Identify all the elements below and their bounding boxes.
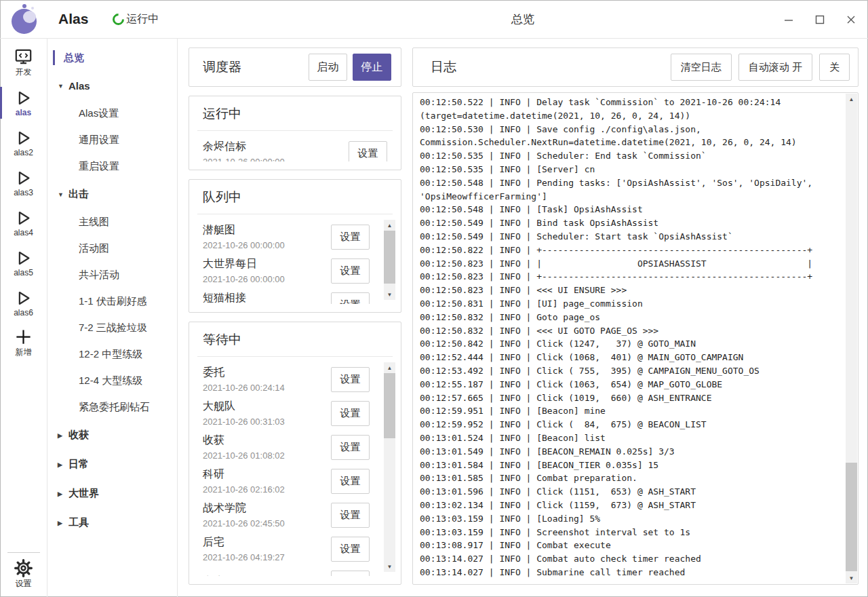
- rail-item-新增[interactable]: 新增: [0, 323, 47, 363]
- scroll-thumb[interactable]: [846, 463, 857, 571]
- log-line: 00:12:50.549 | INFO | Bind task OpsiAshA…: [420, 216, 842, 230]
- scroll-down-icon[interactable]: ▼: [846, 573, 857, 583]
- log-line: 00:12:50.832 | INFO | Goto page_os: [420, 311, 842, 324]
- play-icon: [14, 89, 33, 107]
- log-line: 00:12:50.823 | INFO | <<< UI ENSURE >>>: [420, 284, 842, 297]
- list-scrollbar[interactable]: ▲ ▼: [384, 220, 395, 300]
- task-setting-button[interactable]: 设置: [331, 503, 370, 528]
- chevron-right-icon: [58, 461, 68, 468]
- chevron-down-icon: [58, 83, 68, 90]
- log-line: 00:12:53.492 | INFO | Click ( 755, 395) …: [420, 364, 842, 378]
- task-time: 2021-10-26 02:16:02: [203, 484, 331, 495]
- rail-item-alas5[interactable]: alas5: [0, 243, 47, 283]
- task-setting-button[interactable]: 设置: [331, 537, 370, 562]
- scroll-down-icon[interactable]: ▼: [384, 561, 395, 572]
- scroll-up-icon[interactable]: ▲: [384, 220, 395, 231]
- page-title: 总览: [511, 12, 534, 27]
- task-setting-button[interactable]: 设置: [331, 258, 370, 284]
- rail-item-alas6[interactable]: alas6: [0, 283, 47, 323]
- menu-item-活动图[interactable]: 活动图: [47, 235, 177, 262]
- log-line: 00:12:50.831 | INFO | [UI] page_commissi…: [420, 297, 842, 311]
- rail-item-alas4[interactable]: alas4: [0, 203, 47, 243]
- start-button[interactable]: 启动: [309, 54, 347, 81]
- menu-group-工具[interactable]: 工具: [47, 508, 177, 537]
- rail-item-settings[interactable]: 设置: [0, 554, 47, 594]
- task-setting-button[interactable]: 设置: [331, 292, 370, 305]
- maximize-icon[interactable]: [814, 14, 826, 26]
- task-section-pending: 队列中 潜艇图 2021-10-26 00:00:00 设置 大世界每日 202…: [189, 179, 401, 313]
- minimize-icon[interactable]: [783, 14, 795, 26]
- task-row: 余烬信标 2021-10-26 00:00:00 设置: [203, 136, 387, 161]
- scroll-thumb[interactable]: [384, 231, 395, 284]
- task-name: 余烬信标: [203, 140, 349, 154]
- menu-item-重启设置[interactable]: 重启设置: [47, 153, 177, 180]
- task-time: 2021-10-26 02:45:50: [203, 518, 331, 528]
- log-line: 00:12:50.522 | INFO | Delay task `Commis…: [420, 96, 842, 109]
- menu-group-收获[interactable]: 收获: [47, 421, 177, 450]
- stop-button[interactable]: 停止: [353, 54, 391, 81]
- log-lines[interactable]: 00:12:50.522 | INFO | Delay task `Commis…: [420, 96, 842, 581]
- menu-group-出击[interactable]: 出击: [47, 180, 177, 209]
- menu-item-Alas设置[interactable]: Alas设置: [47, 100, 177, 127]
- scheduler-column: 调度器 启动 停止 运行中 余烬信标 2021-10-26 00:00:00 设…: [178, 39, 407, 597]
- task-setting-button[interactable]: 设置: [331, 367, 370, 392]
- log-line: 00:12:50.535 | INFO | [Server] cn: [420, 163, 842, 176]
- close-icon[interactable]: [845, 14, 857, 26]
- log-line: 00:12:50.842 | INFO | Click (1247, 37) @…: [420, 337, 842, 351]
- task-setting-button[interactable]: 设置: [331, 225, 370, 250]
- scroll-thumb[interactable]: [384, 373, 395, 438]
- task-time: 2021-10-26 01:08:02: [203, 450, 331, 461]
- log-line: 00:12:50.823 | INFO | +-----------------…: [420, 270, 842, 284]
- task-time: 2021-10-26 00:24:14: [203, 383, 331, 393]
- log-line: 00:13:03.159 | INFO | Screenshot interva…: [420, 526, 842, 539]
- task-row: 科研 2021-10-26 02:16:02 设置: [203, 464, 370, 498]
- rail-item-label: 开发: [16, 66, 32, 78]
- list-scrollbar[interactable]: ▲ ▼: [384, 362, 395, 572]
- scroll-down-icon[interactable]: ▼: [384, 289, 395, 300]
- log-line: 00:12:50.548 | INFO | Pending tasks: ['O…: [420, 176, 842, 190]
- chevron-down-icon: [58, 191, 68, 198]
- menu-item-12-4 大型练级[interactable]: 12-4 大型练级: [47, 368, 177, 394]
- menu-item-主线图[interactable]: 主线图: [47, 209, 177, 235]
- scheduler-title: 调度器: [203, 58, 241, 76]
- menu-item-7-2 三战捡垃圾[interactable]: 7-2 三战捡垃圾: [47, 315, 177, 341]
- clear-log-button[interactable]: 清空日志: [671, 54, 732, 81]
- rail-item-开发[interactable]: 开发: [0, 43, 47, 83]
- task-setting-button[interactable]: 设置: [331, 401, 370, 426]
- scheduler-card: 调度器 启动 停止: [189, 47, 401, 87]
- rail-item-label: alas2: [14, 148, 33, 157]
- rail-item-alas[interactable]: alas: [0, 83, 47, 123]
- log-line: 00:13:01.549 | INFO | [BEACON_REMAIN 0.0…: [420, 445, 842, 459]
- task-row: 商店购买 设置: [203, 566, 370, 576]
- menu-group-Alas[interactable]: Alas: [47, 71, 177, 100]
- log-line: 00:13:14.027 | INFO | Combat auto check …: [420, 552, 842, 566]
- menu-item-总览[interactable]: 总览: [47, 44, 177, 71]
- plus-icon: [14, 328, 33, 346]
- rail-item-label: alas6: [14, 308, 33, 317]
- log-scrollbar[interactable]: ▲ ▼: [846, 94, 857, 583]
- task-setting-button[interactable]: 设置: [331, 435, 370, 460]
- menu-item-12-2 中型练级[interactable]: 12-2 中型练级: [47, 341, 177, 368]
- rail-item-alas3[interactable]: alas3: [0, 163, 47, 203]
- menu-group-大世界[interactable]: 大世界: [47, 479, 177, 508]
- menu-item-紧急委托刷钻石[interactable]: 紧急委托刷钻石: [47, 394, 177, 421]
- task-setting-button[interactable]: 设置: [349, 141, 387, 162]
- chevron-right-icon: [58, 520, 68, 526]
- task-setting-button[interactable]: 设置: [331, 571, 370, 577]
- dev-icon: [14, 47, 33, 66]
- task-setting-button[interactable]: 设置: [331, 469, 370, 494]
- log-title: 日志: [431, 58, 456, 76]
- menu-item-1-1 伏击刷好感[interactable]: 1-1 伏击刷好感: [47, 288, 177, 315]
- menu-group-label: 工具: [68, 516, 89, 529]
- menu-item-共斗活动[interactable]: 共斗活动: [47, 262, 177, 288]
- menu-group-日常[interactable]: 日常: [47, 450, 177, 479]
- scroll-up-icon[interactable]: ▲: [846, 94, 857, 104]
- rail-item-alas2[interactable]: alas2: [0, 123, 47, 163]
- task-list: 潜艇图 2021-10-26 00:00:00 设置 大世界每日 2021-10…: [189, 214, 401, 304]
- log-line: 00:13:01.585 | INFO | Combat preparation…: [420, 471, 842, 485]
- log-off-button[interactable]: 关: [819, 54, 850, 81]
- log-line: 00:12:50.549 | INFO | Scheduler: Start t…: [420, 230, 842, 244]
- menu-item-通用设置[interactable]: 通用设置: [47, 127, 177, 153]
- scroll-up-icon[interactable]: ▲: [384, 362, 395, 373]
- autoscroll-toggle-button[interactable]: 自动滚动 开: [738, 54, 812, 81]
